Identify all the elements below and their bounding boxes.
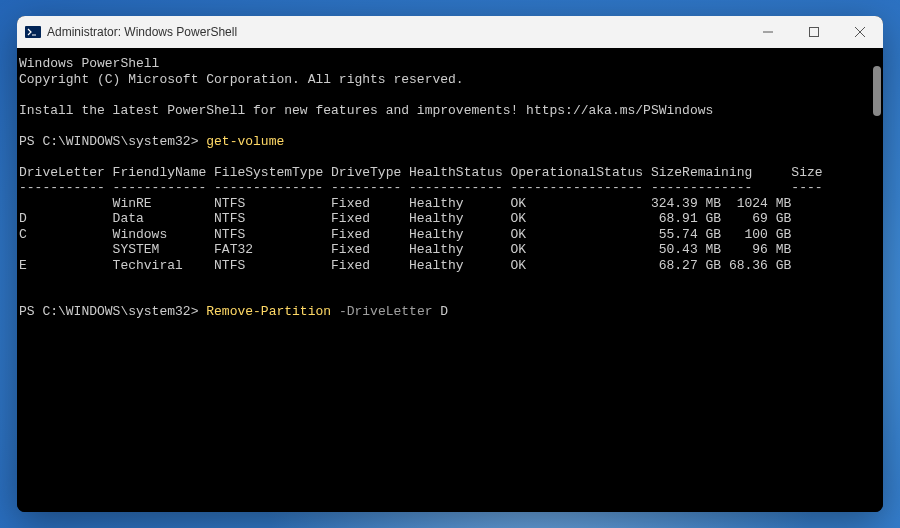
terminal-line: Copyright (C) Microsoft Corporation. All… — [19, 72, 881, 88]
prompt-path: PS C:\WINDOWS\system32> — [19, 134, 198, 149]
window-title: Administrator: Windows PowerShell — [47, 25, 745, 39]
table-row: WinRE NTFS Fixed Healthy OK 324.39 MB 10… — [19, 196, 881, 212]
command-arg: D — [440, 304, 448, 319]
terminal-line — [19, 289, 881, 305]
terminal-line — [19, 118, 881, 134]
terminal-line — [19, 273, 881, 289]
table-separator: ----------- ------------ -------------- … — [19, 180, 881, 196]
terminal-line: Install the latest PowerShell for new fe… — [19, 103, 881, 119]
window-controls — [745, 16, 883, 48]
terminal-area[interactable]: Windows PowerShellCopyright (C) Microsof… — [17, 48, 883, 512]
prompt-line: PS C:\WINDOWS\system32> get-volume — [19, 134, 881, 150]
prompt-path: PS C:\WINDOWS\system32> — [19, 304, 198, 319]
table-row: D Data NTFS Fixed Healthy OK 68.91 GB 69… — [19, 211, 881, 227]
powershell-icon — [25, 24, 41, 40]
prompt-line: PS C:\WINDOWS\system32> Remove-Partition… — [19, 304, 881, 320]
titlebar[interactable]: Administrator: Windows PowerShell — [17, 16, 883, 48]
command-text: get-volume — [206, 134, 284, 149]
svg-rect-3 — [810, 28, 819, 37]
close-button[interactable] — [837, 16, 883, 48]
table-row: C Windows NTFS Fixed Healthy OK 55.74 GB… — [19, 227, 881, 243]
table-row: E Techviral NTFS Fixed Healthy OK 68.27 … — [19, 258, 881, 274]
scrollbar-thumb[interactable] — [873, 66, 881, 116]
scrollbar[interactable] — [869, 48, 883, 512]
powershell-window: Administrator: Windows PowerShell Window… — [17, 16, 883, 512]
terminal-line — [19, 149, 881, 165]
minimize-button[interactable] — [745, 16, 791, 48]
terminal-line — [19, 87, 881, 103]
svg-rect-0 — [25, 26, 41, 38]
table-header: DriveLetter FriendlyName FileSystemType … — [19, 165, 881, 181]
maximize-button[interactable] — [791, 16, 837, 48]
command-param: -DriveLetter — [339, 304, 433, 319]
terminal-line: Windows PowerShell — [19, 56, 881, 72]
terminal-content: Windows PowerShellCopyright (C) Microsof… — [19, 56, 881, 320]
command-text: Remove-Partition — [206, 304, 331, 319]
table-row: SYSTEM FAT32 Fixed Healthy OK 50.43 MB 9… — [19, 242, 881, 258]
